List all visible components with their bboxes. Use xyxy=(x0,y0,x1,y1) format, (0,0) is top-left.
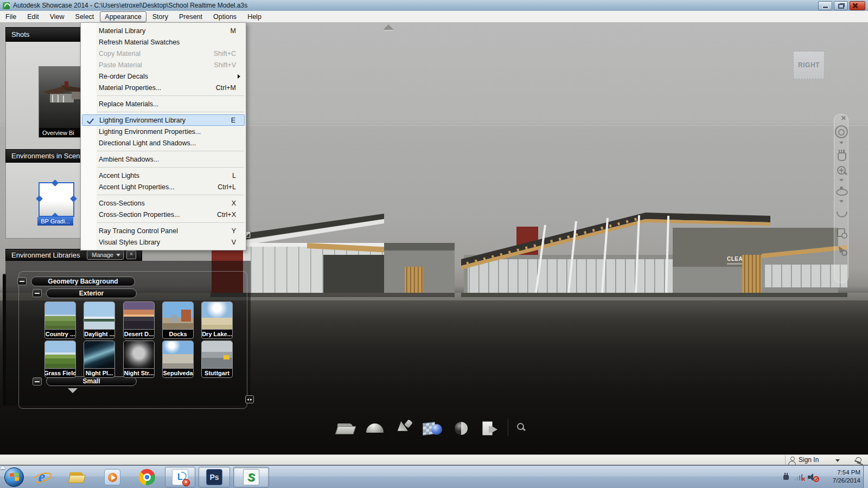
thumbnail-image xyxy=(201,341,233,369)
chevron-down-icon[interactable] xyxy=(836,178,847,182)
menu-item-ambient-shadows[interactable]: Ambient Shadows... xyxy=(81,153,246,165)
look-around-icon[interactable] xyxy=(836,209,847,220)
visual-styles-button[interactable] xyxy=(450,416,472,439)
group-pill-geometry-background[interactable]: Geometry Background xyxy=(31,277,135,286)
notifications-bell-icon[interactable] xyxy=(854,455,863,464)
power-icon[interactable] xyxy=(781,472,791,482)
chrome-icon[interactable] xyxy=(139,469,155,485)
lync-taskbar-button[interactable]: L xyxy=(165,467,195,487)
search-key-icon[interactable] xyxy=(515,421,526,433)
action-center-icon[interactable] xyxy=(767,472,777,482)
group-pill-exterior[interactable]: Exterior xyxy=(46,288,137,298)
internet-explorer-icon[interactable]: e xyxy=(34,469,50,485)
spin-model-icon[interactable] xyxy=(836,186,847,197)
menu-item-shortcut: Ctrl+M xyxy=(202,84,241,92)
orbit-camera-icon[interactable] xyxy=(835,125,848,138)
pan-hand-icon[interactable] xyxy=(836,150,847,160)
menu-item-cross-section-properties[interactable]: Cross-Section Properties...Ctrl+X xyxy=(81,209,246,220)
menu-item-accent-lights[interactable]: Accent LightsL xyxy=(81,170,246,181)
environment-thumbnail-grass-field[interactable]: Grass Field xyxy=(44,341,76,378)
thumbnail-image xyxy=(84,341,115,369)
minimize-button[interactable] xyxy=(818,1,832,10)
menu-file[interactable]: File xyxy=(1,11,21,22)
menu-item-paste-material[interactable]: Paste MaterialShift+V xyxy=(81,59,246,70)
menu-item-re-order-decals[interactable]: Re-order Decals xyxy=(81,70,246,82)
menu-item-directional-light-and-shadows[interactable]: Directional Light and Shadows... xyxy=(81,137,246,149)
menu-item-label: Ray Tracing Control Panel xyxy=(99,227,202,235)
viewcube[interactable]: RIGHT xyxy=(793,51,825,79)
environment-dome-button[interactable] xyxy=(364,416,386,439)
environment-thumbnail-sepulveda[interactable]: Sepulveda xyxy=(162,341,194,378)
window-title: Autodesk Showcase 2014 - C:\Users\etroxe… xyxy=(13,2,247,9)
environment-thumbnail-dry-lake[interactable]: Dry Lake... xyxy=(201,301,233,339)
menu-story[interactable]: Story xyxy=(148,11,173,22)
menu-item-replace-materials[interactable]: Replace Materials... xyxy=(81,98,246,110)
chevron-down-icon[interactable] xyxy=(836,200,847,203)
chevron-down-icon[interactable] xyxy=(836,141,847,145)
zoom-region-icon[interactable] xyxy=(836,228,847,239)
windows-explorer-icon[interactable] xyxy=(68,469,85,485)
environment-thumbnail-desert-d[interactable]: Desert D... xyxy=(123,301,155,339)
chevron-down-icon[interactable] xyxy=(835,459,840,462)
menu-item-material-library[interactable]: Material LibraryM xyxy=(81,25,246,36)
environment-thumbnail-night-pl[interactable]: Night Pl... xyxy=(84,341,115,378)
tray-expand-icon[interactable] xyxy=(0,466,5,469)
menu-item-shortcut: Shift+C xyxy=(202,50,241,57)
collapse-button-exterior[interactable] xyxy=(33,289,42,297)
environment-thumbnail-stuttgart[interactable]: Stuttgart xyxy=(201,341,233,378)
menu-edit[interactable]: Edit xyxy=(22,11,44,22)
restore-button[interactable] xyxy=(834,1,848,10)
library-resize-handle[interactable] xyxy=(245,395,254,403)
menu-item-refresh-material-swatches[interactable]: Refresh Material Swatches xyxy=(81,36,246,48)
divider xyxy=(785,455,786,465)
close-button[interactable] xyxy=(850,1,865,10)
open-scene-button[interactable] xyxy=(335,416,357,439)
zoom-icon[interactable] xyxy=(836,165,847,176)
menu-view[interactable]: View xyxy=(45,11,69,22)
environment-thumbnail-selected[interactable] xyxy=(39,182,74,217)
clock-date: 7/26/2014 xyxy=(814,477,860,485)
menu-appearance[interactable]: Appearance xyxy=(100,11,146,22)
zoom-selection-icon[interactable] xyxy=(836,245,847,256)
materials-button[interactable] xyxy=(422,416,443,439)
library-scroll-chevron-icon[interactable] xyxy=(68,388,78,393)
showcase-taskbar-button[interactable]: S xyxy=(233,467,269,487)
environments-in-scene-panel: Environments in Scen BP Gradi... xyxy=(5,149,88,239)
start-button[interactable] xyxy=(4,467,24,487)
signin-button[interactable]: Sign In xyxy=(799,456,819,464)
collapse-button-small[interactable] xyxy=(33,377,42,386)
shots-panel-title: Shots xyxy=(11,30,29,38)
environment-thumbnail-docks[interactable]: Docks xyxy=(162,301,194,339)
menu-help[interactable]: Help xyxy=(242,11,266,22)
publish-button[interactable] xyxy=(479,416,501,439)
menu-item-accent-light-properties[interactable]: Accent Light Properties...Ctrl+L xyxy=(81,181,246,192)
library-close-button[interactable] xyxy=(126,251,136,259)
menu-options[interactable]: Options xyxy=(208,11,241,22)
menu-select[interactable]: Select xyxy=(71,11,99,22)
menu-item-lighting-environment-library[interactable]: Lighting Environment LibraryE xyxy=(82,114,245,126)
menu-item-lighting-environment-properties[interactable]: Lighting Environment Properties... xyxy=(81,126,246,137)
taskbar-clock[interactable]: 7:54 PM 7/26/2014 xyxy=(814,468,860,485)
menu-item-material-properties[interactable]: Material Properties...Ctrl+M xyxy=(81,82,246,93)
thumbnail-image xyxy=(162,301,194,330)
library-scrollbar[interactable] xyxy=(3,274,6,406)
menu-item-ray-tracing-control-panel[interactable]: Ray Tracing Control PanelY xyxy=(81,225,246,236)
environment-thumbnail-daylight[interactable]: Daylight ... xyxy=(84,301,115,339)
menu-present[interactable]: Present xyxy=(174,11,207,22)
environment-thumbnail-country[interactable]: Country ... xyxy=(44,301,76,339)
photoshop-taskbar-button[interactable]: Ps xyxy=(199,467,230,487)
menu-item-visual-styles-library[interactable]: Visual Styles LibraryV xyxy=(81,236,246,248)
accent-light-button[interactable] xyxy=(393,416,414,439)
manage-button[interactable]: Manage xyxy=(87,250,124,260)
media-player-icon[interactable] xyxy=(104,469,120,485)
environment-thumbnail-night-str[interactable]: Night Str... xyxy=(123,341,155,378)
network-icon[interactable] xyxy=(794,472,804,482)
menu-item-copy-material[interactable]: Copy MaterialShift+C xyxy=(81,48,246,59)
collapse-button-geometry-background[interactable] xyxy=(17,277,27,285)
menu-item-cross-sections[interactable]: Cross-SectionsX xyxy=(81,197,246,209)
windows-flag-icon xyxy=(9,472,19,481)
thumbnail-image xyxy=(123,341,155,369)
show-desktop-button[interactable] xyxy=(863,466,868,488)
viewport-top-chevron-icon[interactable] xyxy=(383,24,394,30)
toolbar-close-icon[interactable] xyxy=(841,115,846,120)
